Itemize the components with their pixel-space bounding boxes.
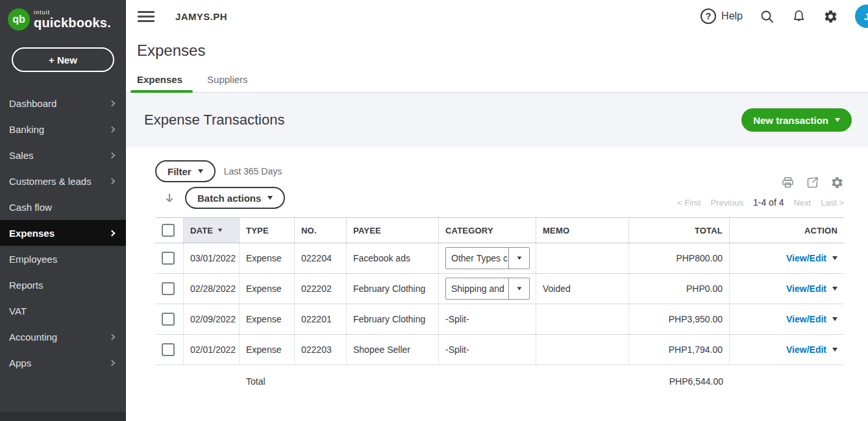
chevron-right-icon: [109, 359, 116, 366]
filter-row: Filter Last 365 Days: [155, 160, 285, 182]
category-dropdown[interactable]: Other Types c: [445, 247, 530, 269]
chevron-down-icon: [835, 118, 840, 122]
sidebar-item-label: Accounting: [9, 331, 110, 343]
action-dropdown-icon[interactable]: [832, 348, 837, 352]
chevron-down-icon: [198, 169, 203, 173]
category-cell: -Split-: [439, 335, 536, 365]
chevron-down-icon[interactable]: [508, 248, 529, 269]
settings-gear-icon[interactable]: [823, 9, 838, 24]
column-header-total: TOTAL: [629, 218, 730, 243]
payee-cell: February Clothing: [347, 274, 439, 304]
view-edit-link[interactable]: View/Edit: [786, 344, 826, 355]
table-settings-gear-icon[interactable]: [830, 176, 844, 189]
category-cell: Other Types c: [439, 243, 536, 273]
row-checkbox[interactable]: [162, 313, 175, 326]
chevron-down-icon[interactable]: [508, 278, 529, 299]
notifications-bell-icon[interactable]: [791, 9, 806, 24]
date-cell: 02/01/2022: [184, 335, 240, 365]
row-checkbox[interactable]: [162, 252, 175, 265]
help-label: Help: [721, 10, 743, 22]
new-transaction-button[interactable]: New transaction: [741, 108, 852, 132]
category-dropdown[interactable]: Shipping and: [445, 278, 530, 300]
new-button-label: + New: [49, 54, 77, 66]
sidebar-item-vat[interactable]: VAT: [0, 298, 126, 324]
sidebar-item-dashboard[interactable]: Dashboard: [0, 90, 126, 116]
filter-label: Filter: [167, 166, 192, 177]
header-checkbox-cell: [155, 218, 184, 243]
user-avatar[interactable]: J: [855, 5, 868, 28]
sidebar-item-banking[interactable]: Banking: [0, 116, 126, 142]
sidebar-item-accounting[interactable]: Accounting: [0, 324, 126, 350]
row-checkbox[interactable]: [162, 282, 175, 295]
view-edit-link[interactable]: View/Edit: [786, 314, 826, 324]
no-cell: 022202: [295, 274, 347, 304]
row-checkbox[interactable]: [162, 343, 175, 356]
memo-cell: Voided: [536, 274, 629, 304]
quickbooks-wordmark: quickbooks.: [34, 16, 111, 30]
sidebar-item-sales[interactable]: Sales: [0, 142, 126, 168]
sidebar-nav: Dashboard Banking Sales Customers & lead…: [0, 90, 126, 376]
batch-actions-button[interactable]: Batch actions: [185, 187, 285, 209]
print-icon[interactable]: [781, 176, 795, 189]
sidebar-item-label: VAT: [9, 306, 117, 317]
table-row: 03/01/2022 Expense 022204 Facebook ads O…: [155, 243, 844, 274]
transactions-content: Filter Last 365 Days Batch actions: [126, 147, 868, 421]
sidebar-item-employees[interactable]: Employees: [0, 246, 126, 272]
tab-suppliers[interactable]: Suppliers: [207, 74, 248, 92]
export-icon[interactable]: [806, 176, 819, 189]
filter-range-text: Last 365 Days: [224, 166, 282, 176]
view-edit-link[interactable]: View/Edit: [786, 253, 826, 263]
column-header-date[interactable]: DATE: [184, 218, 240, 243]
footer-total-value: PHP6,544.00: [629, 376, 730, 387]
sidebar-item-apps[interactable]: Apps: [0, 350, 126, 376]
filter-button[interactable]: Filter: [155, 160, 216, 182]
view-edit-link[interactable]: View/Edit: [786, 283, 826, 294]
sidebar-item-label: Expenses: [9, 228, 110, 239]
hamburger-menu-icon[interactable]: [138, 8, 155, 25]
column-header-payee: PAYEE: [347, 218, 439, 243]
top-bar: JAMYS.PH ? Help J: [126, 0, 868, 32]
column-label: PAYEE: [353, 226, 381, 235]
date-cell: 03/01/2022: [184, 243, 240, 273]
action-dropdown-icon[interactable]: [832, 317, 837, 321]
help-icon: ?: [701, 8, 716, 24]
column-label: TYPE: [246, 226, 269, 235]
sidebar-item-reports[interactable]: Reports: [0, 272, 126, 298]
sort-down-arrow-icon[interactable]: [163, 191, 176, 204]
search-icon[interactable]: [760, 9, 775, 24]
column-label: DATE: [190, 226, 213, 235]
column-label: ACTION: [804, 226, 837, 235]
pagination: < First Previous 1-4 of 4 Next Last >: [677, 197, 844, 209]
sidebar-item-customers-leads[interactable]: Customers & leads: [0, 168, 126, 194]
column-header-type: TYPE: [240, 218, 295, 243]
select-all-checkbox[interactable]: [162, 224, 175, 237]
date-cell: 02/28/2022: [184, 274, 240, 304]
chevron-right-icon: [109, 333, 116, 340]
no-cell: 022201: [295, 304, 347, 334]
action-cell: View/Edit: [730, 335, 844, 365]
type-cell: Expense: [240, 274, 295, 304]
sidebar-item-label: Banking: [9, 124, 110, 135]
sidebar-item-cash-flow[interactable]: Cash flow: [0, 194, 126, 220]
action-dropdown-icon[interactable]: [832, 256, 837, 260]
column-header-action: ACTION: [730, 218, 844, 243]
pagination-first[interactable]: < First: [677, 198, 701, 208]
sidebar-item-expenses[interactable]: Expenses: [0, 220, 126, 246]
sidebar-item-label: Reports: [9, 280, 117, 291]
payee-cell: Facebook ads: [347, 243, 439, 273]
action-dropdown-icon[interactable]: [832, 287, 837, 291]
new-button[interactable]: + New: [12, 47, 114, 72]
pagination-last[interactable]: Last >: [821, 198, 844, 208]
sidebar-item-label: Dashboard: [9, 98, 110, 109]
sidebar-item-label: Apps: [9, 357, 110, 368]
pagination-previous[interactable]: Previous: [710, 198, 743, 208]
expenses-table: DATE TYPE NO. PAYEE CATEGORY MEMO TOTAL …: [155, 217, 844, 398]
help-button[interactable]: ? Help: [701, 8, 743, 24]
memo-cell: [536, 304, 629, 334]
payee-cell: Shopee Seller: [347, 335, 439, 365]
chevron-right-icon: [109, 178, 116, 184]
pagination-next[interactable]: Next: [793, 198, 811, 208]
category-dropdown-value: Shipping and: [446, 278, 508, 299]
chevron-right-icon: [109, 152, 116, 158]
tab-expenses[interactable]: Expenses: [137, 74, 182, 92]
